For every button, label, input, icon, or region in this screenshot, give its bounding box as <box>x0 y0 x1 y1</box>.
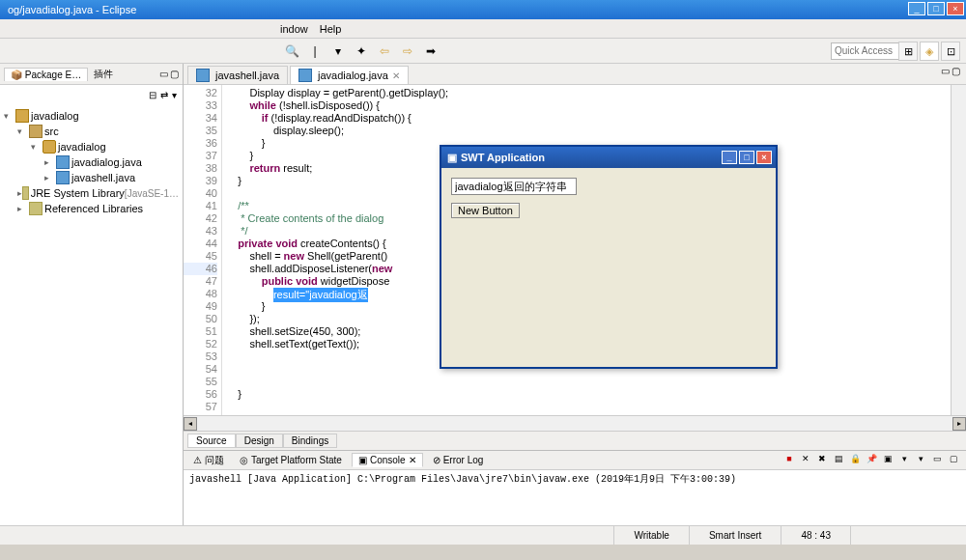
collapse-all-icon[interactable]: ⊟ <box>149 90 156 100</box>
view-menu-icon[interactable]: ▾ <box>172 90 177 100</box>
status-insert: Smart Insert <box>689 526 781 545</box>
console-minimize-icon[interactable]: ▭ <box>930 454 944 467</box>
swt-application-dialog: ▣ SWT Application _ □ × New Button <box>440 145 778 369</box>
menu-bar: indow Help <box>0 19 966 39</box>
swt-text-input[interactable] <box>451 178 577 195</box>
scroll-left-icon[interactable]: ◂ <box>184 417 197 431</box>
swt-close-button[interactable]: × <box>756 151 772 164</box>
pin-console-icon[interactable]: 📌 <box>865 454 878 467</box>
editor-hscroll[interactable]: ◂ ▸ <box>184 415 966 431</box>
window-title: og/javadialog.java - Eclipse <box>8 4 136 15</box>
tree-file-javashell[interactable]: ▸javashell.java <box>4 170 179 185</box>
close-tab-icon[interactable]: ✕ <box>392 70 400 81</box>
remove-launch-icon[interactable]: ✕ <box>799 454 812 467</box>
design-tab[interactable]: Design <box>236 434 283 448</box>
tree-referenced-libs[interactable]: ▸Referenced Libraries <box>4 201 179 216</box>
toggle-icon[interactable]: ▾ <box>328 42 348 61</box>
close-button[interactable]: × <box>947 2 964 15</box>
display-selected-icon[interactable]: ▣ <box>881 454 895 467</box>
package-explorer-view: 📦 Package E… 插件 ▭ ▢ ⊟ ⇄ ▾ ▾javadialog ▾s… <box>0 64 184 525</box>
editor-tab-javadialog[interactable]: javadialog.java✕ <box>290 66 409 84</box>
problems-tab[interactable]: ⚠ 问题 <box>187 453 230 468</box>
new-console-icon[interactable]: ▾ <box>914 454 927 467</box>
maximize-button[interactable]: □ <box>927 2 945 15</box>
tree-project[interactable]: ▾javadialog <box>4 108 179 124</box>
package-explorer-tab[interactable]: 📦 Package E… <box>4 68 88 81</box>
status-writable: Writable <box>613 526 689 545</box>
package-explorer-toolbar: ⊟ ⇄ ▾ <box>0 85 183 104</box>
line-gutter: 323334353637383940414243444546▸474849505… <box>184 85 222 415</box>
package-tree: ▾javadialog ▾src ▾javadialog ▸javadialog… <box>0 104 183 220</box>
java-file-icon <box>298 69 312 82</box>
terminate-icon[interactable]: ■ <box>782 454 796 467</box>
plugin-perspective-button[interactable]: ⊡ <box>941 42 960 61</box>
java-file-icon <box>196 69 210 82</box>
console-tab[interactable]: ▣ Console ✕ <box>352 453 423 467</box>
design-tabs: Source Design Bindings <box>184 431 966 450</box>
source-tab[interactable]: Source <box>187 434 236 448</box>
vertical-scrollbar[interactable] <box>951 85 966 415</box>
remove-all-icon[interactable]: ✖ <box>815 454 829 467</box>
nav-last-icon[interactable]: ➡ <box>421 42 440 61</box>
console-tabs: ⚠ 问题 ◎ Target Platform State ▣ Console ✕… <box>184 451 966 470</box>
swt-minimize-button[interactable]: _ <box>722 151 737 164</box>
nav-fwd-icon[interactable]: ⇨ <box>398 42 417 61</box>
search-dropdown-icon[interactable]: 🔍 <box>282 42 301 61</box>
open-console-icon[interactable]: ▾ <box>897 454 911 467</box>
open-perspective-button[interactable]: ⊞ <box>898 42 918 61</box>
java-perspective-button[interactable]: ◈ <box>920 42 939 61</box>
minimize-view-icon[interactable]: ▭ <box>159 69 168 79</box>
menu-help[interactable]: Help <box>320 23 342 35</box>
bindings-tab[interactable]: Bindings <box>283 434 337 448</box>
tree-src[interactable]: ▾src <box>4 124 179 139</box>
swt-app-icon: ▣ <box>447 152 457 164</box>
swt-dialog-title-bar[interactable]: ▣ SWT Application _ □ × <box>441 147 776 168</box>
console-maximize-icon[interactable]: ▢ <box>947 454 960 467</box>
maximize-view-icon[interactable]: ▢ <box>170 69 179 79</box>
main-toolbar: 🔍 | ▾ ✦ ⇦ ⇨ ➡ ⊞ ◈ ⊡ <box>0 39 966 64</box>
scroll-right-icon[interactable]: ▸ <box>952 417 966 431</box>
nav-back-icon[interactable]: ⇦ <box>375 42 394 61</box>
window-title-bar: og/javadialog.java - Eclipse _ □ × <box>0 0 966 19</box>
status-cursor-pos: 48 : 43 <box>781 526 850 545</box>
minimize-button[interactable]: _ <box>908 2 925 15</box>
editor-tab-javashell[interactable]: javashell.java <box>187 66 288 84</box>
toolbar-sep: | <box>305 42 325 61</box>
swt-dialog-title: SWT Application <box>461 152 545 163</box>
swt-new-button[interactable]: New Button <box>451 203 520 218</box>
menu-window[interactable]: indow <box>280 23 308 35</box>
swt-maximize-button[interactable]: □ <box>739 151 754 164</box>
tree-package[interactable]: ▾javadialog <box>4 139 179 154</box>
selected-text: result="javadialog返 <box>273 288 368 302</box>
editor-tabs: javashell.java javadialog.java✕ ▭ ▢ <box>184 64 966 85</box>
target-platform-tab[interactable]: ◎ Target Platform State <box>234 454 348 466</box>
quick-access-input[interactable] <box>831 42 908 60</box>
console-view: ⚠ 问题 ◎ Target Platform State ▣ Console ✕… <box>184 450 966 525</box>
link-editor-icon[interactable]: ⇄ <box>160 90 168 100</box>
tree-jre-library[interactable]: ▸JRE System Library [JavaSE-1… <box>4 185 179 201</box>
status-empty <box>850 526 966 545</box>
console-output: javashell [Java Application] C:\Program … <box>184 470 966 488</box>
package-explorer-header: 📦 Package E… 插件 ▭ ▢ <box>0 64 183 85</box>
editor-maximize-icon[interactable]: ▢ <box>952 66 960 76</box>
clear-console-icon[interactable]: ▤ <box>832 454 845 467</box>
tree-file-javadialog[interactable]: ▸javadialog.java <box>4 154 179 170</box>
error-log-tab[interactable]: ⊘ Error Log <box>427 454 490 466</box>
status-bar: Writable Smart Insert 48 : 43 <box>0 525 966 545</box>
scroll-lock-icon[interactable]: 🔒 <box>848 454 862 467</box>
wand-icon[interactable]: ✦ <box>352 42 371 61</box>
editor-minimize-icon[interactable]: ▭ <box>941 66 950 76</box>
plugin-tab[interactable]: 插件 <box>94 68 113 81</box>
